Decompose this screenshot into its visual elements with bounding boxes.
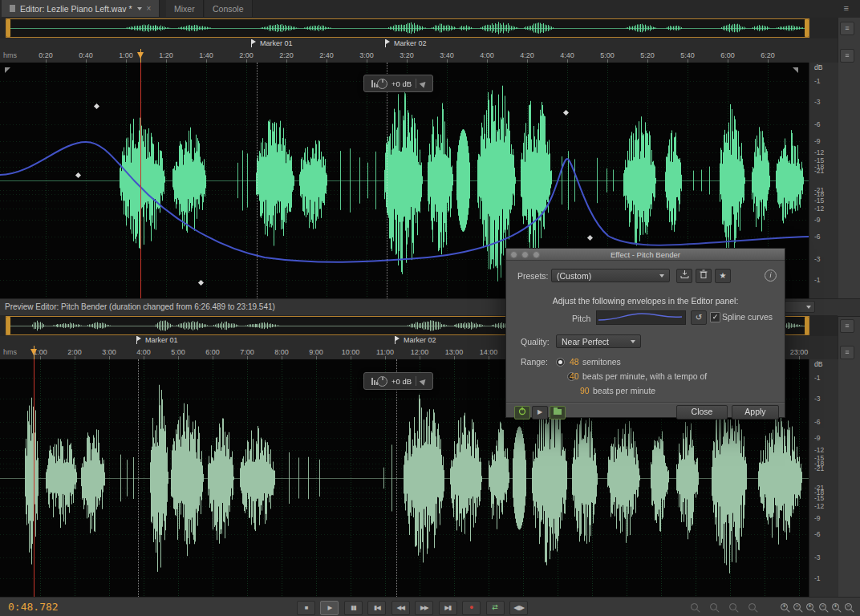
marker-02[interactable]: Marker 02 xyxy=(395,336,436,344)
zoom-out-horizontal-button[interactable]: − xyxy=(818,602,830,613)
marker-01-label: Marker 01 xyxy=(260,39,293,47)
zoom-to-in-point-button[interactable] xyxy=(690,602,701,613)
rewind-button[interactable]: ◀◀ xyxy=(391,601,410,615)
db-scale-label: -3 xyxy=(814,255,821,263)
panel-menu-icon[interactable]: ≡ xyxy=(844,3,849,13)
presets-dropdown[interactable]: (Custom) xyxy=(551,269,670,282)
zoom-in-vertical-button[interactable]: + xyxy=(831,602,842,613)
marker-01[interactable]: Marker 01 xyxy=(136,336,178,344)
marker-flag-icon xyxy=(395,336,401,344)
marker-02-label: Marker 02 xyxy=(394,39,427,47)
preview-options-dropdown[interactable] xyxy=(785,301,815,313)
reset-envelope-button[interactable]: ↺ xyxy=(691,310,707,325)
fast-forward-button[interactable]: ▶▶ xyxy=(415,601,433,615)
audition-app-window: Editor: Lezlie Piano Left.wav * × Mixer … xyxy=(0,0,860,616)
ruler-tick: 1:40 xyxy=(199,51,213,59)
range-handle-right[interactable] xyxy=(805,19,809,37)
db-scale-label: -1 xyxy=(814,574,821,582)
pause-button[interactable]: ▮▮ xyxy=(344,601,363,615)
zoom-in-horizontal-button[interactable]: + xyxy=(805,602,817,613)
ruler-options-button-bottom[interactable]: ≡ xyxy=(840,346,854,359)
loop-playback-button[interactable]: ⇄ xyxy=(486,601,505,615)
range-handle-left[interactable] xyxy=(6,317,10,334)
favorite-button[interactable]: ★ xyxy=(715,269,731,283)
marker-line xyxy=(138,359,139,597)
zoom-to-selection-button[interactable] xyxy=(728,602,740,613)
gain-value: +0 dB xyxy=(391,377,412,386)
view-range-box-top[interactable] xyxy=(6,18,809,38)
zoom-out-vertical-button[interactable]: − xyxy=(844,602,855,613)
gain-value: +0 dB xyxy=(391,79,412,88)
quality-dropdown[interactable]: Near Perfect xyxy=(556,334,641,348)
info-icon[interactable]: i xyxy=(765,270,777,282)
playhead-handle-top[interactable] xyxy=(137,52,144,59)
overview-panel-menu-button-top[interactable]: ≡ xyxy=(840,22,854,35)
timeline-ruler-top[interactable]: hms 0:200:401:001:201:402:002:202:403:00… xyxy=(0,49,838,63)
db-scale-header: dB xyxy=(814,360,822,368)
scrub-button[interactable]: ◀▮▶ xyxy=(509,601,528,615)
gain-knob[interactable] xyxy=(377,376,387,387)
corner-grip-left[interactable] xyxy=(5,67,10,73)
play-button[interactable]: ▶ xyxy=(320,601,339,615)
close-button[interactable]: Close xyxy=(676,405,728,419)
overview-panel-menu-button-bottom[interactable]: ≡ xyxy=(840,319,854,333)
gain-knob[interactable] xyxy=(377,79,387,89)
overview-navigator-top[interactable] xyxy=(0,18,838,39)
time-unit-label: hms xyxy=(3,51,17,59)
zoom-in-button[interactable]: + xyxy=(780,602,791,613)
level-popup-top[interactable]: +0 dB xyxy=(363,75,433,92)
save-preset-button[interactable] xyxy=(676,269,692,283)
pin-icon[interactable] xyxy=(420,79,428,88)
preview-editor-button[interactable] xyxy=(550,406,566,419)
bpm-value[interactable]: 40 xyxy=(570,371,579,381)
tab-console[interactable]: Console xyxy=(205,0,253,17)
spline-curves-checkbox[interactable]: ✓ xyxy=(710,312,720,322)
ruler-tick: 4:00 xyxy=(136,348,151,356)
effect-power-toggle[interactable] xyxy=(514,406,530,419)
zoom-out-button[interactable]: − xyxy=(793,602,804,613)
tab-console-label: Console xyxy=(213,4,244,14)
zoom-to-out-point-button[interactable] xyxy=(709,602,720,613)
ruler-tick: 12:00 xyxy=(411,348,429,356)
semitones-value[interactable]: 48 xyxy=(570,357,579,367)
ruler-tick: 5:00 xyxy=(600,51,615,59)
caret-down-icon[interactable] xyxy=(137,7,142,10)
apply-button[interactable]: Apply xyxy=(732,405,779,419)
dialog-titlebar[interactable]: Effect - Pitch Bender xyxy=(506,249,785,261)
ruler-tick: 4:20 xyxy=(520,51,534,59)
ruler-options-button-top[interactable]: ≡ xyxy=(840,49,854,63)
effect-pitch-bender-dialog: Effect - Pitch Bender Presets: (Custom) … xyxy=(505,248,785,418)
semitones-radio[interactable] xyxy=(556,358,565,367)
corner-grip-right[interactable] xyxy=(793,67,798,73)
stop-button[interactable]: ■ xyxy=(297,601,315,615)
range-handle-left[interactable] xyxy=(6,19,10,37)
tab-close-icon[interactable]: × xyxy=(147,5,152,13)
time-unit-label: hms xyxy=(3,348,17,356)
levels-icon xyxy=(371,378,373,385)
level-popup-bottom[interactable]: +0 dB xyxy=(363,372,433,390)
delete-preset-button[interactable] xyxy=(696,269,712,283)
record-button[interactable]: ● xyxy=(462,601,481,615)
db-scale-label: -9 xyxy=(814,137,821,145)
skip-to-start-button[interactable]: ▮◀ xyxy=(367,601,386,615)
ruler-tick: 3:00 xyxy=(102,348,116,356)
db-scale-label: -6 xyxy=(814,120,821,128)
skip-to-end-button[interactable]: ▶▮ xyxy=(439,601,457,615)
playhead-handle-bottom[interactable] xyxy=(30,349,37,355)
bpm-label: beats per minute, with a tempo of xyxy=(582,371,707,381)
marker-flag-icon xyxy=(385,39,391,47)
marker-01[interactable]: Marker 01 xyxy=(251,39,293,47)
pitch-curve-thumbnail[interactable] xyxy=(596,310,686,325)
tab-editor[interactable]: Editor: Lezlie Piano Left.wav * × xyxy=(2,0,160,17)
marker-02[interactable]: Marker 02 xyxy=(385,39,427,47)
preview-play-button[interactable]: ▶ xyxy=(532,406,548,419)
tab-mixer[interactable]: Mixer xyxy=(166,0,204,17)
range-handle-right[interactable] xyxy=(805,317,809,334)
magnifier-icon xyxy=(748,603,756,610)
dialog-instruction: Adjust the following envelopes in the Ed… xyxy=(506,296,785,306)
zoom-reset-button[interactable] xyxy=(748,602,759,613)
db-scale-label: -3 xyxy=(814,395,821,403)
pin-icon[interactable] xyxy=(420,377,428,386)
tempo-value[interactable]: 90 xyxy=(580,386,590,395)
time-display[interactable]: 0:48.782 xyxy=(8,601,59,613)
